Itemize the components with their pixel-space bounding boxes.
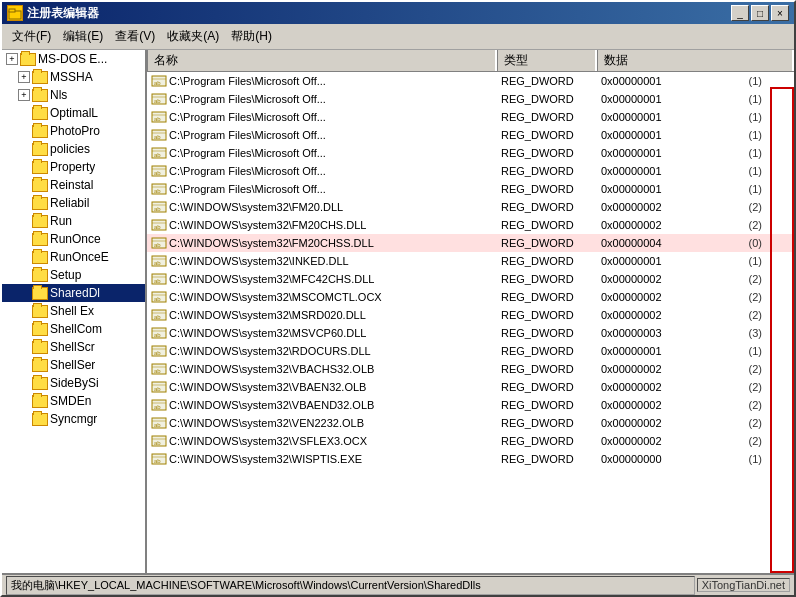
tree-item[interactable]: SMDEn — [2, 392, 145, 410]
table-row[interactable]: ab C:\Program Files\Microsoft Off...REG_… — [147, 162, 794, 180]
folder-icon — [32, 341, 48, 354]
tree-item[interactable]: ShellCom — [2, 320, 145, 338]
tree-item[interactable]: OptimalL — [2, 104, 145, 122]
cell-data: 0x00000001(1) — [597, 252, 794, 270]
title-bar: 注册表编辑器 _ □ × — [2, 2, 794, 24]
cell-name-text: C:\WINDOWS\system32\FM20.DLL — [169, 201, 343, 213]
table-row[interactable]: ab C:\WINDOWS\system32\FM20.DLLREG_DWORD… — [147, 198, 794, 216]
cell-data-value: 0x00000002 — [601, 417, 662, 429]
cell-type: REG_DWORD — [497, 270, 597, 288]
cell-name: ab C:\WINDOWS\system32\VBAEN32.OLB — [147, 378, 497, 396]
svg-text:ab: ab — [154, 260, 161, 266]
tree-item[interactable]: Syncmgr — [2, 410, 145, 428]
col-header-name[interactable]: 名称 — [147, 50, 497, 71]
table-row[interactable]: ab C:\Program Files\Microsoft Off...REG_… — [147, 90, 794, 108]
cell-name: ab C:\WINDOWS\system32\WISPTIS.EXE — [147, 450, 497, 468]
registry-value-icon: ab — [151, 218, 167, 232]
table-row[interactable]: ab C:\WINDOWS\system32\MSCOMCTL.OCXREG_D… — [147, 288, 794, 306]
expand-icon[interactable]: + — [6, 53, 18, 65]
table-row[interactable]: ab C:\WINDOWS\system32\MSRD020.DLLREG_DW… — [147, 306, 794, 324]
registry-value-icon: ab — [151, 290, 167, 304]
table-row[interactable]: ab C:\Program Files\Microsoft Off...REG_… — [147, 144, 794, 162]
expand-icon[interactable]: + — [18, 89, 30, 101]
table-row[interactable]: ab C:\WINDOWS\system32\MSVCP60.DLLREG_DW… — [147, 324, 794, 342]
tree-item[interactable]: policies — [2, 140, 145, 158]
table-row[interactable]: ab C:\WINDOWS\system32\VBACHS32.OLBREG_D… — [147, 360, 794, 378]
cell-data: 0x00000003(3) — [597, 324, 794, 342]
cell-data-suffix: (2) — [749, 201, 762, 213]
table-row[interactable]: ab C:\WINDOWS\system32\RDOCURS.DLLREG_DW… — [147, 342, 794, 360]
tree-item[interactable]: SideBySi — [2, 374, 145, 392]
tree-item[interactable]: ShellScr — [2, 338, 145, 356]
tree-item[interactable]: SharedDl — [2, 284, 145, 302]
cell-data-suffix: (2) — [749, 309, 762, 321]
tree-item[interactable]: Reliabil — [2, 194, 145, 212]
svg-text:ab: ab — [154, 458, 161, 464]
folder-icon — [32, 71, 48, 84]
cell-name: ab C:\WINDOWS\system32\FM20CHSS.DLL — [147, 234, 497, 252]
cell-name: ab C:\Program Files\Microsoft Off... — [147, 144, 497, 162]
folder-icon — [32, 359, 48, 372]
tree-item[interactable]: ShellSer — [2, 356, 145, 374]
cell-data-value: 0x00000001 — [601, 345, 662, 357]
svg-text:ab: ab — [154, 224, 161, 230]
tree-item-label: Reliabil — [50, 196, 89, 210]
tree-item[interactable]: Property — [2, 158, 145, 176]
tree-item[interactable]: RunOnce — [2, 230, 145, 248]
table-row[interactable]: ab C:\WINDOWS\system32\FM20CHSS.DLLREG_D… — [147, 234, 794, 252]
cell-data: 0x00000001(1) — [597, 108, 794, 126]
table-row[interactable]: ab C:\WINDOWS\system32\WISPTIS.EXEREG_DW… — [147, 450, 794, 468]
table-row[interactable]: ab C:\WINDOWS\system32\VBAEN32.OLBREG_DW… — [147, 378, 794, 396]
table-row[interactable]: ab C:\WINDOWS\system32\VBAEND32.OLBREG_D… — [147, 396, 794, 414]
menu-item[interactable]: 编辑(E) — [57, 26, 109, 47]
tree-item[interactable]: Run — [2, 212, 145, 230]
close-button[interactable]: × — [771, 5, 789, 21]
svg-text:ab: ab — [154, 152, 161, 158]
cell-data-value: 0x00000002 — [601, 219, 662, 231]
title-buttons: _ □ × — [731, 5, 789, 21]
cell-name: ab C:\WINDOWS\system32\VEN2232.OLB — [147, 414, 497, 432]
table-row[interactable]: ab C:\Program Files\Microsoft Off...REG_… — [147, 72, 794, 90]
tree-item-label: ShellSer — [50, 358, 95, 372]
registry-value-icon: ab — [151, 254, 167, 268]
table-row[interactable]: ab C:\WINDOWS\system32\VSFLEX3.OCXREG_DW… — [147, 432, 794, 450]
table-row[interactable]: ab C:\WINDOWS\system32\MFC42CHS.DLLREG_D… — [147, 270, 794, 288]
table-row[interactable]: ab C:\Program Files\Microsoft Off...REG_… — [147, 180, 794, 198]
cell-name-text: C:\WINDOWS\system32\VSFLEX3.OCX — [169, 435, 367, 447]
tree-item-label: Syncmgr — [50, 412, 97, 426]
menu-item[interactable]: 帮助(H) — [225, 26, 278, 47]
cell-data-suffix: (1) — [749, 255, 762, 267]
cell-data-suffix: (2) — [749, 219, 762, 231]
minimize-button[interactable]: _ — [731, 5, 749, 21]
tree-item[interactable]: +MSSHA — [2, 68, 145, 86]
cell-name-text: C:\WINDOWS\system32\VBAEN32.OLB — [169, 381, 366, 393]
table-row[interactable]: ab C:\WINDOWS\system32\INKED.DLLREG_DWOR… — [147, 252, 794, 270]
cell-data-suffix: (1) — [749, 183, 762, 195]
cell-name: ab C:\WINDOWS\system32\VSFLEX3.OCX — [147, 432, 497, 450]
svg-text:ab: ab — [154, 242, 161, 248]
tree-item[interactable]: Setup — [2, 266, 145, 284]
menu-item[interactable]: 收藏夹(A) — [161, 26, 225, 47]
tree-item[interactable]: RunOnceE — [2, 248, 145, 266]
tree-item[interactable]: PhotoPro — [2, 122, 145, 140]
folder-icon — [32, 287, 48, 300]
menu-item[interactable]: 查看(V) — [109, 26, 161, 47]
table-row[interactable]: ab C:\WINDOWS\system32\FM20CHS.DLLREG_DW… — [147, 216, 794, 234]
table-row[interactable]: ab C:\WINDOWS\system32\VEN2232.OLBREG_DW… — [147, 414, 794, 432]
table-row[interactable]: ab C:\Program Files\Microsoft Off...REG_… — [147, 108, 794, 126]
cell-data: 0x00000002(2) — [597, 396, 794, 414]
registry-value-icon: ab — [151, 92, 167, 106]
tree-item[interactable]: Shell Ex — [2, 302, 145, 320]
col-header-type[interactable]: 类型 — [497, 50, 597, 71]
col-header-data[interactable]: 数据 — [597, 50, 794, 71]
tree-item[interactable]: Reinstal — [2, 176, 145, 194]
tree-item[interactable]: +MS-DOS E... — [2, 50, 145, 68]
cell-data-value: 0x00000001 — [601, 183, 662, 195]
table-row[interactable]: ab C:\Program Files\Microsoft Off...REG_… — [147, 126, 794, 144]
cell-name-text: C:\WINDOWS\system32\MSRD020.DLL — [169, 309, 366, 321]
menu-item[interactable]: 文件(F) — [6, 26, 57, 47]
tree-item[interactable]: +Nls — [2, 86, 145, 104]
expand-icon[interactable]: + — [18, 71, 30, 83]
cell-name-text: C:\Program Files\Microsoft Off... — [169, 129, 326, 141]
maximize-button[interactable]: □ — [751, 5, 769, 21]
